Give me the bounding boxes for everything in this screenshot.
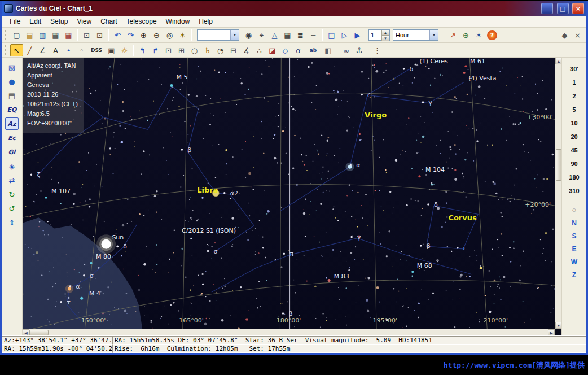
menu-file[interactable]: File bbox=[5, 16, 25, 27]
scroll-left-icon[interactable]: ◀ bbox=[23, 329, 29, 336]
horizontal-scroll-thumb[interactable] bbox=[29, 330, 49, 335]
chart-page-button[interactable]: ▤ bbox=[5, 89, 19, 102]
open-button[interactable]: ▤ bbox=[23, 29, 36, 41]
fov-button-10[interactable]: 10 bbox=[564, 116, 585, 130]
coord-equatorial-button[interactable]: EQ bbox=[5, 103, 19, 116]
time-step-spinner[interactable]: ▲ ▼ bbox=[368, 29, 390, 41]
menu-telescope[interactable]: Telescope bbox=[122, 16, 161, 27]
menu-chart[interactable]: Chart bbox=[96, 16, 121, 27]
coord-altaz-button[interactable]: Az bbox=[5, 117, 19, 130]
toolbar-grip[interactable] bbox=[5, 30, 7, 40]
copy-image-button[interactable]: ⊡ bbox=[93, 29, 106, 41]
calendar-button[interactable]: ▦ bbox=[281, 29, 294, 41]
title-bar[interactable]: Cartes du Ciel - Chart_1 _ □ × bbox=[2, 1, 586, 16]
chart-settings-button[interactable]: ≡ bbox=[307, 29, 320, 41]
mirror-view-button[interactable]: ◈ bbox=[5, 160, 19, 172]
swap-east-west-button[interactable]: ⇄ bbox=[5, 174, 19, 186]
star-density-button[interactable]: ∴ bbox=[253, 44, 266, 56]
telescope-button[interactable]: △ bbox=[268, 29, 281, 41]
fov-button-45[interactable]: 45 bbox=[564, 143, 585, 157]
print-button[interactable]: ▦ bbox=[49, 29, 62, 41]
tool-label[interactable]: A bbox=[49, 44, 62, 56]
spin-down-icon[interactable]: ▼ bbox=[381, 36, 389, 41]
compass-z[interactable]: Z bbox=[572, 269, 576, 282]
zoom-default-button[interactable]: ◎ bbox=[163, 29, 176, 41]
fov-circle-button[interactable]: ○ bbox=[188, 44, 201, 56]
grid-toggle-button[interactable]: ⊞ bbox=[175, 44, 188, 56]
fov-button-90[interactable]: 90 bbox=[564, 157, 585, 171]
coord-galactic-button[interactable]: Gl bbox=[5, 146, 19, 158]
play-button[interactable]: ▷ bbox=[338, 29, 351, 41]
maximize-button[interactable]: □ bbox=[557, 3, 569, 14]
dss-image-button[interactable]: DSS bbox=[88, 44, 105, 56]
eq-grid-toggle-button[interactable]: ⊟ bbox=[227, 44, 240, 56]
observer-position-button[interactable]: ⌖ bbox=[255, 29, 268, 41]
tool-measure[interactable]: ∠ bbox=[36, 44, 49, 56]
greek-labels-button[interactable]: α bbox=[292, 44, 305, 56]
menu-setup[interactable]: Setup bbox=[46, 16, 72, 27]
stop-button[interactable]: □ bbox=[325, 29, 338, 41]
about-help-button[interactable]: ? bbox=[487, 30, 497, 40]
sun-disc[interactable] bbox=[102, 239, 111, 249]
compass-circle-icon[interactable]: ○ bbox=[572, 203, 577, 217]
find-object-button[interactable]: ◉ bbox=[242, 29, 255, 41]
tool-dot-blue[interactable]: • bbox=[62, 44, 75, 56]
flip-north-south-button[interactable]: ⇕ bbox=[5, 216, 19, 229]
chart-area[interactable]: VirgoLibraCorvusM 5(1) CeresM 61(4) Vest… bbox=[23, 58, 561, 335]
sky-chart-svg[interactable]: VirgoLibraCorvusM 5(1) CeresM 61(4) Vest… bbox=[23, 58, 555, 329]
pin-toolbar-button[interactable]: ◆ bbox=[558, 29, 571, 41]
clock-toggle-button[interactable]: ◔ bbox=[214, 44, 227, 56]
fov-button-20[interactable]: 20 bbox=[564, 130, 585, 143]
scroll-down-icon[interactable]: ▼ bbox=[555, 322, 561, 329]
close-button[interactable]: × bbox=[572, 3, 584, 14]
save-button[interactable]: ▥ bbox=[36, 29, 49, 41]
new-chart-button[interactable]: ▢ bbox=[10, 29, 23, 41]
combo-dropdown-icon[interactable]: ▼ bbox=[230, 30, 239, 40]
cursor-mode-1-button[interactable]: ↰ bbox=[136, 44, 149, 56]
vertical-scroll-thumb[interactable] bbox=[556, 149, 561, 181]
compass-w[interactable]: W bbox=[571, 256, 577, 269]
undo-button[interactable]: ↶ bbox=[111, 29, 124, 41]
vertical-scrollbar[interactable]: ▲ ▼ bbox=[555, 58, 561, 329]
node-tool-button[interactable]: ⊡ bbox=[162, 44, 175, 56]
spin-up-icon[interactable]: ▲ bbox=[381, 30, 389, 36]
tool-pen[interactable]: ╱ bbox=[23, 44, 36, 56]
angle-tool-button[interactable]: ∡ bbox=[240, 44, 253, 56]
external-app-button[interactable]: ↗ bbox=[446, 29, 459, 41]
image-capture-button[interactable]: ▣ bbox=[105, 44, 118, 56]
show-globe-button[interactable]: ● bbox=[5, 75, 19, 88]
center-target-button[interactable]: ⊕ bbox=[459, 29, 472, 41]
fov-button-1[interactable]: 1 bbox=[564, 76, 585, 89]
time-unit-dropdown[interactable]: Hour ▼ bbox=[393, 29, 438, 41]
scroll-up-icon[interactable]: ▲ bbox=[555, 58, 561, 64]
menu-window[interactable]: Window bbox=[161, 16, 195, 27]
fov-button-2[interactable]: 2 bbox=[564, 89, 585, 103]
show-chart-button[interactable]: ▧ bbox=[5, 61, 19, 73]
zoom-in-button[interactable]: ⊕ bbox=[137, 29, 150, 41]
menu-edit[interactable]: Edit bbox=[25, 16, 46, 27]
object-search-combo[interactable]: ▼ bbox=[197, 29, 239, 41]
compass-tool-button[interactable]: ◇ bbox=[279, 44, 292, 56]
minimize-button[interactable]: _ bbox=[541, 3, 553, 14]
chain-icon[interactable]: ∞ bbox=[340, 44, 353, 56]
more-tools-button[interactable]: ⋮ bbox=[371, 44, 384, 56]
anchor-icon[interactable]: ⚓ bbox=[353, 44, 366, 56]
copy-chart-button[interactable]: ⊡ bbox=[80, 29, 93, 41]
unit-dropdown-icon[interactable]: ▼ bbox=[429, 30, 438, 40]
eraser-tool-button[interactable]: ◪ bbox=[266, 44, 279, 56]
fov-button-180[interactable]: 180 bbox=[564, 171, 585, 184]
tool-select[interactable]: ↖ bbox=[10, 44, 23, 56]
step-forward-button[interactable]: ▶ bbox=[351, 29, 364, 41]
print-setup-button[interactable]: ▦ bbox=[62, 29, 75, 41]
rotate-ccw-button[interactable]: ↺ bbox=[5, 202, 19, 215]
planets-toggle-button[interactable]: ♄ bbox=[201, 44, 214, 56]
star-zoom-button[interactable]: ✶ bbox=[176, 29, 189, 41]
fov-button-310[interactable]: 310 bbox=[564, 184, 585, 198]
fov-button-5[interactable]: 5 bbox=[564, 103, 585, 116]
scroll-right-icon[interactable]: ▶ bbox=[548, 329, 555, 336]
menu-view[interactable]: View bbox=[72, 16, 96, 27]
zoom-out-button[interactable]: ⊖ bbox=[150, 29, 163, 41]
cursor-mode-2-button[interactable]: ↱ bbox=[149, 44, 162, 56]
coord-ecliptic-button[interactable]: Ec bbox=[5, 132, 19, 144]
name-labels-button[interactable]: ab bbox=[305, 44, 322, 56]
